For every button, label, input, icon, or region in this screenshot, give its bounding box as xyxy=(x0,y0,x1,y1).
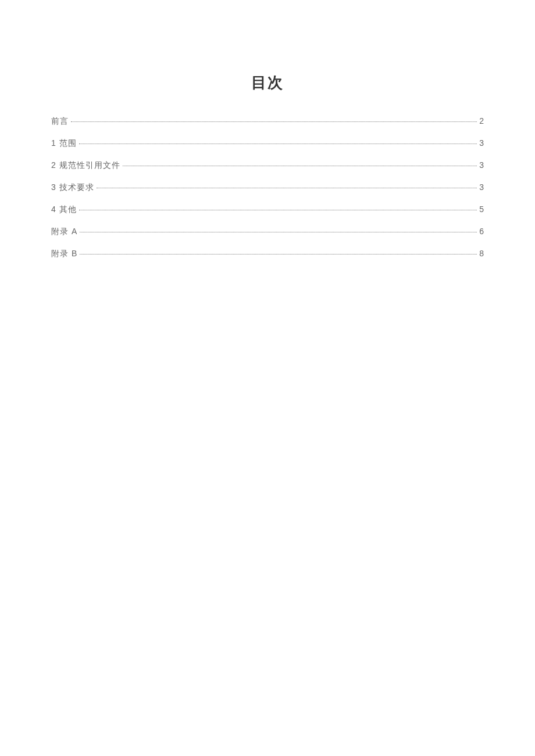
toc-entry: 附录 A 6 xyxy=(51,227,484,237)
toc-page: 6 xyxy=(479,227,484,236)
toc-page: 3 xyxy=(479,160,484,170)
toc-leader-dots xyxy=(97,188,477,188)
toc-entry: 3 技术要求 3 xyxy=(51,182,484,193)
toc-label: 2 规范性引用文件 xyxy=(51,160,120,171)
toc-label: 3 技术要求 xyxy=(51,182,94,193)
toc-page: 5 xyxy=(479,205,484,214)
toc-entry: 1 范围 3 xyxy=(51,138,484,149)
toc-label: 前言 xyxy=(51,116,69,127)
toc-page: 2 xyxy=(479,116,484,126)
toc-leader-dots xyxy=(80,232,477,232)
page-title: 目次 xyxy=(51,73,484,93)
toc-leader-dots xyxy=(79,144,477,144)
toc-leader-dots xyxy=(71,121,477,122)
toc-page: 3 xyxy=(479,182,484,192)
toc-entry: 4 其他 5 xyxy=(51,205,484,215)
toc-page: 8 xyxy=(479,249,484,258)
toc-entry: 2 规范性引用文件 3 xyxy=(51,160,484,171)
toc-label: 附录 A xyxy=(51,227,77,237)
table-of-contents: 前言 2 1 范围 3 2 规范性引用文件 3 3 技术要求 3 4 其他 5 … xyxy=(51,116,484,259)
toc-label: 4 其他 xyxy=(51,205,77,215)
toc-leader-dots xyxy=(80,254,477,255)
toc-leader-dots xyxy=(123,166,477,166)
toc-label: 附录 B xyxy=(51,249,77,259)
toc-entry: 附录 B 8 xyxy=(51,249,484,259)
toc-entry: 前言 2 xyxy=(51,116,484,127)
toc-page: 3 xyxy=(479,138,484,148)
toc-label: 1 范围 xyxy=(51,138,77,149)
toc-leader-dots xyxy=(79,210,477,210)
